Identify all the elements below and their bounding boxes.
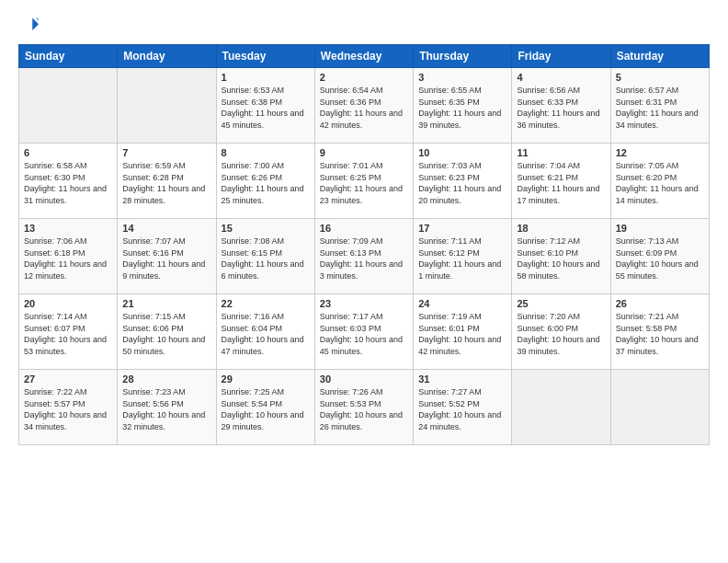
sunset-label: Sunset: 6:10 PM	[517, 248, 578, 258]
sunrise-label: Sunrise: 7:23 AM	[122, 387, 186, 396]
sunset-label: Sunset: 5:54 PM	[222, 399, 283, 408]
calendar-cell: 13 Sunrise: 7:06 AM Sunset: 6:18 PM Dayl…	[19, 219, 118, 294]
day-number: 12	[616, 147, 704, 158]
calendar-cell: 23 Sunrise: 7:17 AM Sunset: 6:03 PM Dayl…	[314, 294, 413, 370]
daylight-label: Daylight: 11 hours and 23 minutes.	[320, 184, 403, 205]
sunrise-label: Sunrise: 7:22 AM	[24, 387, 87, 396]
sunset-label: Sunset: 6:36 PM	[320, 98, 381, 107]
daylight-label: Daylight: 11 hours and 31 minutes.	[24, 184, 107, 205]
calendar-cell: 12 Sunrise: 7:05 AM Sunset: 6:20 PM Dayl…	[610, 144, 709, 219]
daylight-label: Daylight: 10 hours and 24 minutes.	[418, 410, 501, 431]
sunset-label: Sunset: 6:16 PM	[122, 248, 184, 258]
day-info: Sunrise: 7:21 AM Sunset: 5:58 PM Dayligh…	[616, 311, 704, 357]
calendar-cell: 27 Sunrise: 7:22 AM Sunset: 5:57 PM Dayl…	[19, 370, 118, 445]
calendar-cell: 7 Sunrise: 6:59 AM Sunset: 6:28 PM Dayli…	[118, 144, 216, 219]
sunrise-label: Sunrise: 7:12 AM	[517, 236, 580, 246]
sunset-label: Sunset: 5:58 PM	[616, 324, 677, 333]
day-info: Sunrise: 7:11 AM Sunset: 6:12 PM Dayligh…	[418, 236, 506, 282]
sunset-label: Sunset: 6:23 PM	[418, 173, 480, 182]
sunset-label: Sunset: 6:26 PM	[222, 173, 283, 182]
daylight-label: Daylight: 11 hours and 25 minutes.	[222, 184, 304, 205]
calendar-cell: 29 Sunrise: 7:25 AM Sunset: 5:54 PM Dayl…	[216, 370, 314, 445]
day-number: 30	[320, 373, 408, 385]
daylight-label: Daylight: 10 hours and 34 minutes.	[24, 410, 107, 431]
sunset-label: Sunset: 6:35 PM	[418, 98, 480, 107]
day-info: Sunrise: 6:56 AM Sunset: 6:33 PM Dayligh…	[517, 85, 605, 131]
sunset-label: Sunset: 5:56 PM	[122, 399, 184, 408]
daylight-label: Daylight: 11 hours and 14 minutes.	[616, 184, 699, 205]
daylight-label: Daylight: 11 hours and 9 minutes.	[122, 259, 205, 281]
sunset-label: Sunset: 6:31 PM	[616, 98, 677, 107]
sunrise-label: Sunrise: 7:17 AM	[320, 312, 383, 321]
day-number: 10	[418, 147, 506, 158]
day-number: 2	[320, 72, 408, 83]
calendar-cell: 4 Sunrise: 6:56 AM Sunset: 6:33 PM Dayli…	[512, 68, 610, 144]
daylight-label: Daylight: 10 hours and 29 minutes.	[222, 410, 304, 431]
daylight-label: Daylight: 11 hours and 45 minutes.	[222, 109, 304, 130]
calendar-cell: 11 Sunrise: 7:04 AM Sunset: 6:21 PM Dayl…	[512, 144, 610, 219]
day-info: Sunrise: 7:03 AM Sunset: 6:23 PM Dayligh…	[418, 160, 506, 206]
calendar-cell	[610, 370, 709, 445]
calendar-cell: 15 Sunrise: 7:08 AM Sunset: 6:15 PM Dayl…	[216, 219, 314, 294]
day-info: Sunrise: 7:05 AM Sunset: 6:20 PM Dayligh…	[616, 160, 704, 206]
day-info: Sunrise: 6:55 AM Sunset: 6:35 PM Dayligh…	[418, 85, 506, 131]
sunset-label: Sunset: 6:07 PM	[24, 324, 85, 333]
calendar-cell	[512, 370, 610, 445]
calendar-cell: 10 Sunrise: 7:03 AM Sunset: 6:23 PM Dayl…	[414, 144, 512, 219]
sunset-label: Sunset: 6:01 PM	[418, 324, 480, 333]
daylight-label: Daylight: 10 hours and 53 minutes.	[24, 335, 107, 356]
sunrise-label: Sunrise: 7:27 AM	[418, 387, 482, 396]
sunset-label: Sunset: 6:21 PM	[517, 173, 578, 182]
sunset-label: Sunset: 6:15 PM	[222, 248, 283, 258]
day-number: 13	[24, 223, 112, 234]
day-info: Sunrise: 7:13 AM Sunset: 6:09 PM Dayligh…	[616, 236, 704, 282]
calendar-cell: 16 Sunrise: 7:09 AM Sunset: 6:13 PM Dayl…	[314, 219, 413, 294]
day-number: 6	[24, 147, 112, 158]
header	[18, 15, 710, 35]
day-info: Sunrise: 7:27 AM Sunset: 5:52 PM Dayligh…	[418, 386, 506, 432]
day-info: Sunrise: 7:16 AM Sunset: 6:04 PM Dayligh…	[222, 311, 310, 357]
day-info: Sunrise: 7:09 AM Sunset: 6:13 PM Dayligh…	[320, 236, 408, 282]
calendar-cell: 24 Sunrise: 7:19 AM Sunset: 6:01 PM Dayl…	[414, 294, 512, 370]
daylight-label: Daylight: 10 hours and 37 minutes.	[616, 335, 699, 356]
calendar-cell: 19 Sunrise: 7:13 AM Sunset: 6:09 PM Dayl…	[610, 219, 709, 294]
sunset-label: Sunset: 5:52 PM	[418, 399, 480, 408]
daylight-label: Daylight: 11 hours and 36 minutes.	[517, 109, 599, 130]
day-info: Sunrise: 7:23 AM Sunset: 5:56 PM Dayligh…	[122, 386, 210, 432]
svg-marker-1	[36, 17, 39, 20]
week-row-1: 1 Sunrise: 6:53 AM Sunset: 6:38 PM Dayli…	[19, 68, 710, 144]
calendar-cell: 25 Sunrise: 7:20 AM Sunset: 6:00 PM Dayl…	[512, 294, 610, 370]
day-info: Sunrise: 7:22 AM Sunset: 5:57 PM Dayligh…	[24, 386, 112, 432]
sunrise-label: Sunrise: 6:55 AM	[418, 86, 482, 95]
day-number: 20	[24, 298, 112, 309]
calendar-cell: 9 Sunrise: 7:01 AM Sunset: 6:25 PM Dayli…	[314, 144, 413, 219]
day-number: 23	[320, 298, 408, 309]
day-number: 4	[517, 72, 605, 83]
sunset-label: Sunset: 6:38 PM	[222, 98, 283, 107]
sunrise-label: Sunrise: 7:19 AM	[418, 312, 482, 321]
day-info: Sunrise: 6:58 AM Sunset: 6:30 PM Dayligh…	[24, 160, 112, 206]
calendar-cell: 5 Sunrise: 6:57 AM Sunset: 6:31 PM Dayli…	[610, 68, 709, 144]
sunrise-label: Sunrise: 7:15 AM	[122, 312, 186, 321]
day-info: Sunrise: 7:19 AM Sunset: 6:01 PM Dayligh…	[418, 311, 506, 357]
daylight-label: Daylight: 10 hours and 58 minutes.	[517, 259, 599, 281]
day-number: 22	[222, 298, 310, 309]
daylight-label: Daylight: 10 hours and 39 minutes.	[517, 335, 599, 356]
calendar-cell: 26 Sunrise: 7:21 AM Sunset: 5:58 PM Dayl…	[610, 294, 709, 370]
calendar-cell	[118, 68, 216, 144]
sunrise-label: Sunrise: 7:20 AM	[517, 312, 580, 321]
weekday-header-sunday: Sunday	[19, 45, 118, 68]
sunrise-label: Sunrise: 7:26 AM	[320, 387, 383, 396]
daylight-label: Daylight: 11 hours and 3 minutes.	[320, 259, 403, 281]
sunset-label: Sunset: 5:53 PM	[320, 399, 381, 408]
day-number: 27	[24, 373, 112, 385]
day-info: Sunrise: 7:14 AM Sunset: 6:07 PM Dayligh…	[24, 311, 112, 357]
sunset-label: Sunset: 6:00 PM	[517, 324, 578, 333]
day-number: 1	[222, 72, 310, 83]
day-info: Sunrise: 6:53 AM Sunset: 6:38 PM Dayligh…	[222, 85, 310, 131]
day-number: 26	[616, 298, 704, 309]
calendar-cell: 6 Sunrise: 6:58 AM Sunset: 6:30 PM Dayli…	[19, 144, 118, 219]
sunrise-label: Sunrise: 6:54 AM	[320, 86, 383, 95]
sunrise-label: Sunrise: 7:01 AM	[320, 161, 383, 170]
weekday-header-wednesday: Wednesday	[314, 45, 413, 68]
